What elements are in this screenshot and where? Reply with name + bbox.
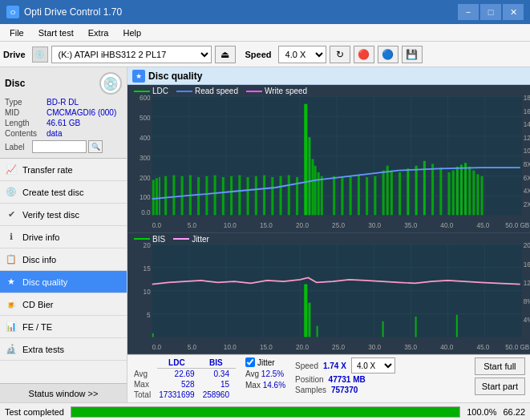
svg-text:10X: 10X <box>524 147 530 155</box>
position-label: Position <box>295 375 324 384</box>
eject-button[interactable]: ⏏ <box>215 46 236 63</box>
disc-icon: 💿 <box>99 72 122 95</box>
disc-mid-key: MID <box>5 108 47 117</box>
chart1-svg: 600 500 400 300 200 100 0.0 18X 16X 14X … <box>127 85 530 232</box>
svg-text:40.0: 40.0 <box>440 220 453 229</box>
sidebar-item-cd-bier[interactable]: 🍺 CD Bier <box>0 293 127 316</box>
svg-rect-65 <box>481 176 483 216</box>
disc-action-btn1[interactable]: 🔴 <box>354 46 374 63</box>
legend-ldc: LDC <box>134 87 168 95</box>
svg-rect-41 <box>321 176 323 216</box>
disc-quality-icon: ★ <box>5 276 18 289</box>
svg-rect-48 <box>382 171 385 216</box>
legend-jitter: Jitter <box>173 235 209 244</box>
main-layout: Disc 💿 Type BD-R DL MID CMCMAGDI6 (000) … <box>0 67 530 402</box>
svg-rect-44 <box>350 176 352 216</box>
disc-section: Disc 💿 Type BD-R DL MID CMCMAGDI6 (000) … <box>0 67 127 159</box>
speed-select[interactable]: 4.0 X <box>278 46 326 63</box>
minimize-button[interactable]: − <box>458 4 479 20</box>
sidebar-item-create-test-disc[interactable]: 💿 Create test disc <box>0 181 127 204</box>
svg-rect-18 <box>159 177 160 215</box>
stats-total-bis: 258960 <box>201 390 236 400</box>
sidebar-item-extra-tests[interactable]: 🔬 Extra tests <box>0 338 127 361</box>
svg-rect-110 <box>317 325 318 337</box>
svg-rect-61 <box>464 163 467 215</box>
svg-rect-60 <box>460 165 463 216</box>
svg-text:4X: 4X <box>524 187 530 196</box>
chart-bis: BIS Jitter <box>127 233 530 354</box>
svg-rect-27 <box>230 176 233 216</box>
stats-speed-select[interactable]: 4.0 X <box>351 357 395 374</box>
svg-text:500: 500 <box>140 113 151 122</box>
menu-help[interactable]: Help <box>116 26 148 39</box>
svg-rect-55 <box>431 164 434 215</box>
svg-rect-31 <box>263 176 265 216</box>
menu-file[interactable]: File <box>3 26 30 39</box>
menu-extra[interactable]: Extra <box>82 26 115 39</box>
svg-rect-63 <box>472 171 475 216</box>
status-value: 66.22 <box>503 407 525 417</box>
disc-quality-header: ★ Disc quality <box>127 67 530 85</box>
svg-text:45.0: 45.0 <box>476 342 489 351</box>
svg-rect-49 <box>386 166 389 216</box>
svg-rect-20 <box>172 176 175 216</box>
svg-text:8X: 8X <box>524 160 530 168</box>
svg-rect-45 <box>358 176 360 216</box>
svg-text:15.0: 15.0 <box>260 342 273 351</box>
title-bar: O Opti Drive Control 1.70 − □ ✕ <box>0 0 530 24</box>
sidebar-item-verify-test-disc[interactable]: ✔ Verify test disc <box>0 204 127 226</box>
cd-bier-icon: 🍺 <box>5 298 18 311</box>
svg-rect-56 <box>439 168 442 215</box>
drive-select[interactable]: (K:) ATAPI iHBS312 2 PL17 <box>51 46 212 63</box>
save-button[interactable]: 💾 <box>402 46 423 63</box>
menu-start-test[interactable]: Start test <box>32 26 80 39</box>
svg-text:45.0: 45.0 <box>476 220 489 229</box>
svg-text:30.0: 30.0 <box>368 342 381 351</box>
stats-avg-label: Avg <box>132 369 157 380</box>
disc-type-key: Type <box>5 98 47 107</box>
svg-rect-112 <box>415 317 417 337</box>
samples-val: 757370 <box>331 386 358 394</box>
disc-label-browse-button[interactable]: 🔍 <box>88 140 103 153</box>
disc-label-input[interactable] <box>32 140 87 153</box>
svg-rect-16 <box>152 180 155 216</box>
sidebar-item-disc-quality[interactable]: ★ Disc quality <box>0 271 127 293</box>
jitter-checkbox[interactable] <box>245 357 255 367</box>
start-full-button[interactable]: Start full <box>475 357 525 375</box>
extra-tests-icon: 🔬 <box>5 343 18 356</box>
close-button[interactable]: ✕ <box>503 4 524 20</box>
legend-write: Write speed <box>246 87 307 95</box>
sidebar-item-drive-info[interactable]: ℹ Drive info <box>0 226 127 248</box>
sidebar-item-disc-info[interactable]: 📋 Disc info <box>0 248 127 271</box>
start-part-button[interactable]: Start part <box>475 378 525 395</box>
svg-text:0.0: 0.0 <box>141 208 150 217</box>
status-window-button[interactable]: Status window >> <box>0 383 127 402</box>
transfer-rate-icon: 📈 <box>5 164 18 176</box>
stats-table: LDC BIS Avg 22.69 0.34 Max 528 15 Tota <box>132 357 236 400</box>
svg-rect-52 <box>407 168 409 215</box>
stats-ldc-header: LDC <box>157 357 201 369</box>
svg-rect-32 <box>271 177 273 215</box>
svg-rect-62 <box>468 167 471 215</box>
svg-text:20%: 20% <box>524 241 530 250</box>
disc-action-btn2[interactable]: 🔵 <box>378 46 399 63</box>
sidebar-item-transfer-rate[interactable]: 📈 Transfer rate <box>0 159 127 181</box>
svg-text:35.0: 35.0 <box>404 220 417 229</box>
svg-text:10.0: 10.0 <box>224 342 237 351</box>
svg-rect-64 <box>476 174 479 215</box>
svg-rect-17 <box>156 178 158 215</box>
disc-label-key: Label <box>5 143 32 151</box>
svg-rect-30 <box>255 176 257 216</box>
svg-text:12X: 12X <box>524 133 530 142</box>
svg-rect-34 <box>288 176 290 216</box>
sidebar-item-fe-te[interactable]: 📊 FE / TE <box>0 316 127 338</box>
maximize-button[interactable]: □ <box>480 4 501 20</box>
refresh-button[interactable]: ↻ <box>330 46 350 63</box>
content-area: ★ Disc quality LDC Read speed <box>127 67 530 402</box>
svg-text:10.0: 10.0 <box>224 220 237 229</box>
jitter-checkbox-label: Jitter <box>245 357 285 367</box>
svg-rect-53 <box>415 166 418 216</box>
verify-test-disc-icon: ✔ <box>5 208 18 221</box>
jitter-max-label: Max <box>245 381 263 390</box>
nav-items: 📈 Transfer rate 💿 Create test disc ✔ Ver… <box>0 159 127 383</box>
